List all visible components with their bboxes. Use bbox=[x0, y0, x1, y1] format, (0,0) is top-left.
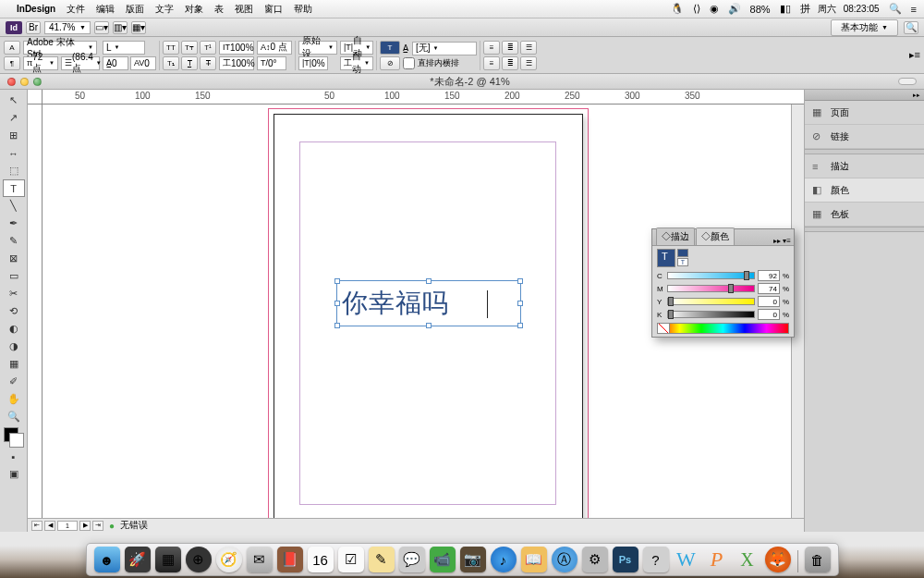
dock-safari[interactable]: 🧭 bbox=[216, 547, 242, 572]
rectangle-frame-tool[interactable]: ⊠ bbox=[3, 250, 25, 267]
fill-swatch-button[interactable]: T bbox=[380, 41, 400, 55]
hand-tool[interactable]: ✋ bbox=[3, 390, 25, 408]
day-label[interactable]: 周六 bbox=[818, 3, 836, 16]
gap-tool[interactable]: ↔ bbox=[3, 144, 25, 162]
direct-selection-tool[interactable]: ↗ bbox=[3, 109, 25, 127]
allcaps-button[interactable]: TT bbox=[163, 41, 179, 55]
frame-handle[interactable] bbox=[517, 278, 523, 284]
qq-icon[interactable]: 🐧 bbox=[671, 3, 684, 15]
smallcaps-button[interactable]: Tᴛ bbox=[181, 41, 198, 55]
arrange-button[interactable]: ▦▾ bbox=[131, 21, 146, 34]
links-panel-tab[interactable]: ⊘链接 bbox=[805, 125, 924, 149]
leading-field[interactable]: ☰(86.4 点▼ bbox=[61, 56, 100, 70]
rectangle-tool[interactable]: ▭ bbox=[3, 267, 25, 285]
screen-mode-tool[interactable]: ▣ bbox=[3, 465, 25, 483]
dock-dashboard[interactable]: ⊕ bbox=[186, 547, 212, 572]
next-page-button[interactable]: ▶ bbox=[79, 521, 91, 531]
font-size-field[interactable]: π72 点▼ bbox=[23, 56, 58, 70]
color-tab[interactable]: ◇颜色 bbox=[696, 228, 735, 245]
menu-edit[interactable]: 编辑 bbox=[96, 3, 115, 16]
k-value[interactable]: 0 bbox=[758, 309, 780, 320]
content-collector-tool[interactable]: ⬚ bbox=[3, 162, 25, 179]
selection-tool[interactable]: ↖ bbox=[3, 92, 25, 109]
k-slider[interactable] bbox=[667, 311, 755, 318]
y-value[interactable]: 0 bbox=[758, 296, 780, 307]
dock-calendar[interactable]: 16 bbox=[308, 547, 334, 572]
language-dropdown[interactable]: 原始设▼ bbox=[298, 41, 337, 55]
dock-photoshop[interactable]: Ps bbox=[613, 547, 638, 572]
dock-wps-spreadsheets[interactable]: X bbox=[735, 547, 760, 572]
bluetooth-icon[interactable]: ⟨⟩ bbox=[693, 3, 700, 15]
view-options-button[interactable]: ▭▾ bbox=[94, 21, 109, 34]
menu-type[interactable]: 文字 bbox=[155, 3, 174, 16]
dock-ibooks[interactable]: 📖 bbox=[521, 547, 547, 572]
tsume-field[interactable]: |T|0% bbox=[298, 56, 328, 70]
dock-messages[interactable]: 💬 bbox=[399, 547, 425, 572]
flyout-button[interactable]: ▸≡ bbox=[909, 49, 920, 61]
close-window-button[interactable] bbox=[7, 78, 16, 86]
dock-sysprefs[interactable]: ⚙ bbox=[582, 547, 608, 572]
prev-page-button[interactable]: ◀ bbox=[44, 521, 55, 531]
menu-object[interactable]: 对象 bbox=[185, 3, 203, 16]
frame-handle[interactable] bbox=[517, 301, 523, 306]
note-tool[interactable]: ▦ bbox=[3, 355, 25, 373]
first-page-button[interactable]: ⇤ bbox=[31, 521, 43, 531]
menu-file[interactable]: 文件 bbox=[67, 3, 85, 16]
align-btn[interactable]: ☰ bbox=[520, 41, 537, 55]
dock-unknown1[interactable]: ? bbox=[643, 547, 669, 572]
none-swatch-button[interactable]: ⊘ bbox=[380, 56, 400, 70]
align-btn[interactable]: ☰ bbox=[520, 56, 537, 70]
hscale-field[interactable]: IT100% bbox=[219, 41, 254, 55]
dock-itunes[interactable]: ♪ bbox=[491, 547, 517, 572]
y-slider[interactable] bbox=[667, 298, 755, 305]
zoom-dropdown[interactable]: 41.7%▼ bbox=[44, 21, 91, 34]
panel-header[interactable]: ▸▸ bbox=[805, 90, 924, 101]
eyedropper-tool[interactable]: ✐ bbox=[3, 373, 25, 390]
text-frame[interactable]: 你幸福吗 bbox=[336, 280, 521, 326]
app-name[interactable]: InDesign bbox=[17, 4, 55, 14]
menu-view[interactable]: 视图 bbox=[235, 3, 253, 16]
zoom-window-button[interactable] bbox=[33, 78, 42, 86]
minimize-window-button[interactable] bbox=[20, 78, 29, 86]
free-transform-tool[interactable]: ⟲ bbox=[3, 302, 25, 320]
panel-collapse-button[interactable]: ▸▸ ▾≡ bbox=[773, 237, 791, 245]
dock-wps-writer[interactable]: W bbox=[674, 547, 699, 572]
pen-tool[interactable]: ✒ bbox=[3, 215, 25, 232]
charstyle-dropdown[interactable]: [无]▼ bbox=[412, 42, 477, 55]
line-tool[interactable]: ╲ bbox=[3, 197, 25, 215]
last-page-button[interactable]: ⇥ bbox=[92, 521, 103, 531]
dock-trash[interactable]: 🗑 bbox=[805, 547, 831, 572]
notification-icon[interactable]: ≡ bbox=[911, 4, 917, 15]
m-slider[interactable] bbox=[667, 285, 755, 292]
volume-icon[interactable]: 🔊 bbox=[728, 3, 741, 15]
auto2-dropdown[interactable]: 工自动▼ bbox=[340, 56, 373, 70]
spotlight-icon[interactable]: 🔍 bbox=[889, 3, 902, 15]
menu-help[interactable]: 帮助 bbox=[294, 3, 312, 16]
horizontal-ruler[interactable]: 50 100 150 50 100 150 200 250 300 350 bbox=[28, 90, 804, 105]
color-panel-tab[interactable]: ◧颜色 bbox=[805, 178, 924, 203]
search-button[interactable]: 🔍 bbox=[904, 21, 918, 34]
ime-icon[interactable]: 拼 bbox=[800, 2, 810, 16]
kerning-field[interactable]: A̲0 bbox=[103, 56, 128, 70]
apply-color-button[interactable]: ▪ bbox=[3, 448, 25, 465]
type-tool[interactable]: T bbox=[3, 179, 25, 197]
dock-contacts[interactable]: 📕 bbox=[277, 547, 303, 572]
pencil-tool[interactable]: ✎ bbox=[3, 232, 25, 250]
text-fill-proxy[interactable]: T bbox=[677, 258, 688, 266]
dock-facetime[interactable]: 📹 bbox=[430, 547, 456, 572]
vertical-ruler[interactable] bbox=[28, 105, 43, 518]
fill-stroke-swatch[interactable] bbox=[4, 427, 24, 448]
menu-layout[interactable]: 版面 bbox=[126, 3, 144, 16]
frame-handle[interactable] bbox=[426, 323, 432, 328]
doc-proxy[interactable] bbox=[898, 78, 917, 85]
frame-handle[interactable] bbox=[426, 278, 432, 284]
menu-table[interactable]: 表 bbox=[214, 3, 224, 16]
cmyk-spectrum[interactable] bbox=[657, 323, 789, 334]
scissors-tool[interactable]: ✂ bbox=[3, 285, 25, 302]
dock-reminders[interactable]: ☑ bbox=[338, 547, 364, 572]
dock-finder[interactable]: ☻ bbox=[94, 547, 120, 572]
dock-photobooth[interactable]: 📷 bbox=[460, 547, 486, 572]
c-slider[interactable] bbox=[667, 272, 755, 279]
subscript-button[interactable]: T₁ bbox=[163, 56, 179, 70]
stroke-tab[interactable]: ◇描边 bbox=[656, 228, 695, 245]
